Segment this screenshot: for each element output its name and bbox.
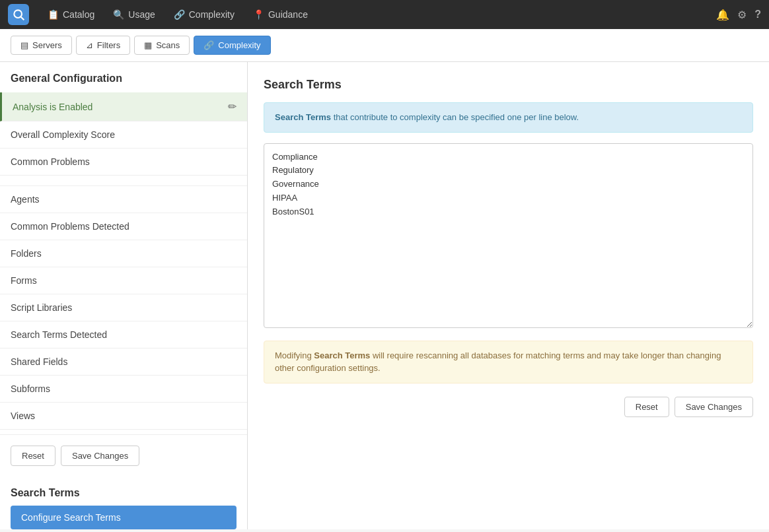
left-item-folders[interactable]: Folders (0, 240, 247, 267)
servers-tab-icon: ▤ (20, 40, 28, 50)
left-item-search-terms-detected[interactable]: Search Terms Detected (0, 321, 247, 349)
nav-usage[interactable]: 🔍 Usage (105, 5, 163, 24)
right-panel-title: Search Terms (264, 78, 753, 92)
left-item-subforms[interactable]: Subforms (0, 376, 247, 403)
left-search-section: Search Terms Configure Search Terms (0, 477, 247, 529)
scans-tab-icon: ▦ (144, 40, 152, 50)
complexity-tab-icon: 🔗 (203, 40, 214, 50)
left-item-script-libraries[interactable]: Script Libraries (0, 294, 247, 321)
nav-guidance[interactable]: 📍 Guidance (245, 5, 316, 24)
right-save-button[interactable]: Save Changes (675, 397, 753, 417)
catalog-icon: 📋 (48, 9, 59, 20)
right-reset-button[interactable]: Reset (624, 397, 669, 417)
settings-icon[interactable]: ⚙ (737, 9, 747, 21)
left-gap (0, 176, 247, 186)
left-save-button[interactable]: Save Changes (61, 446, 139, 466)
right-panel-footer: Reset Save Changes (264, 397, 753, 417)
svg-point-0 (14, 10, 22, 18)
main-layout: General Configuration Analysis is Enable… (0, 62, 769, 529)
left-reset-button[interactable]: Reset (11, 446, 55, 466)
logo-icon (12, 8, 25, 21)
complexity-nav-icon: 🔗 (174, 9, 185, 20)
tab-filters[interactable]: ⊿ Filters (76, 36, 130, 55)
warning-box: Modifying Search Terms will require resc… (264, 341, 753, 383)
analysis-enabled-label: Analysis is Enabled (13, 102, 92, 112)
info-box: Search Terms that contribute to complexi… (264, 102, 753, 133)
left-item-agents[interactable]: Agents (0, 186, 247, 213)
notifications-icon[interactable]: 🔔 (716, 9, 729, 21)
help-icon[interactable]: ? (754, 9, 761, 20)
left-panel-footer: Reset Save Changes (0, 434, 247, 477)
left-item-shared-fields[interactable]: Shared Fields (0, 349, 247, 376)
left-item-forms[interactable]: Forms (0, 267, 247, 294)
nav-catalog[interactable]: 📋 Catalog (40, 5, 102, 24)
usage-icon: 🔍 (113, 9, 124, 20)
tab-servers[interactable]: ▤ Servers (11, 36, 72, 55)
search-terms-section-title: Search Terms (11, 487, 237, 499)
app-logo (8, 4, 29, 25)
left-panel: General Configuration Analysis is Enable… (0, 62, 248, 529)
warning-bold: Search Terms (314, 350, 370, 360)
sub-tabs: ▤ Servers ⊿ Filters ▦ Scans 🔗 Complexity (0, 29, 769, 62)
configure-search-terms-button[interactable]: Configure Search Terms (11, 506, 237, 529)
info-suffix-text: that contribute to complexity can be spe… (331, 112, 579, 122)
edit-icon: ✏ (228, 100, 237, 113)
guidance-icon: 📍 (253, 9, 264, 20)
general-config-title: General Configuration (0, 73, 247, 92)
top-nav: 📋 Catalog 🔍 Usage 🔗 Complexity 📍 Guidanc… (0, 0, 769, 29)
left-item-common-problems-detected[interactable]: Common Problems Detected (0, 213, 247, 240)
left-item-views[interactable]: Views (0, 403, 247, 430)
svg-line-1 (21, 17, 24, 20)
right-panel: Search Terms Search Terms that contribut… (248, 62, 769, 529)
info-bold-text: Search Terms (275, 112, 331, 122)
tab-scans[interactable]: ▦ Scans (134, 36, 190, 55)
top-nav-action-icons: 🔔 ⚙ ? (716, 9, 761, 21)
filters-tab-icon: ⊿ (86, 40, 93, 50)
left-panel-items: Analysis is Enabled ✏ Overall Complexity… (0, 92, 247, 434)
left-item-analysis-enabled[interactable]: Analysis is Enabled ✏ (0, 92, 247, 121)
nav-complexity[interactable]: 🔗 Complexity (166, 5, 242, 24)
tab-complexity[interactable]: 🔗 Complexity (194, 36, 270, 55)
warning-prefix: Modifying (275, 350, 314, 360)
left-item-common-problems[interactable]: Common Problems (0, 149, 247, 176)
left-item-overall-complexity[interactable]: Overall Complexity Score (0, 121, 247, 149)
search-terms-textarea[interactable]: Compliance Regulatory Governance HIPAA B… (264, 143, 753, 328)
top-nav-items: 📋 Catalog 🔍 Usage 🔗 Complexity 📍 Guidanc… (40, 5, 716, 24)
